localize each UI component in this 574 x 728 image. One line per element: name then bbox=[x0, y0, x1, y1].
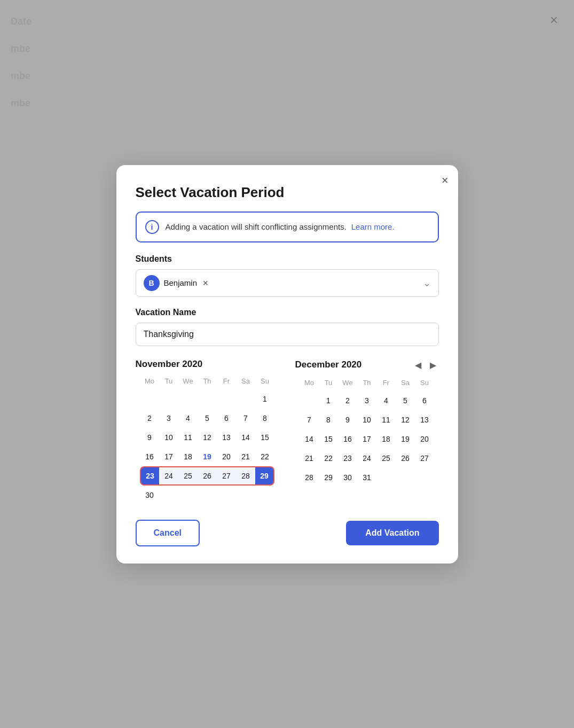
table-row[interactable]: 29 bbox=[255, 466, 274, 486]
table-row[interactable]: 9 bbox=[338, 410, 357, 429]
table-row[interactable]: 22 bbox=[319, 449, 338, 468]
table-row[interactable]: 18 bbox=[178, 447, 198, 466]
table-row[interactable]: 10 bbox=[159, 428, 178, 447]
table-row[interactable]: 24 bbox=[159, 466, 178, 486]
table-row bbox=[140, 389, 159, 409]
table-row[interactable]: 5 bbox=[396, 391, 415, 410]
table-row[interactable]: 27 bbox=[217, 466, 236, 486]
table-row[interactable]: 7 bbox=[236, 409, 255, 428]
student-name: Benjamin bbox=[164, 278, 198, 287]
table-row bbox=[159, 389, 178, 409]
dow-sa: Sa bbox=[236, 375, 255, 388]
dow-fr: Fr bbox=[217, 375, 236, 388]
table-row[interactable]: 10 bbox=[357, 410, 376, 429]
table-row bbox=[376, 468, 396, 487]
table-row[interactable]: 27 bbox=[415, 449, 434, 468]
calendar-november-header: November 2020 bbox=[136, 359, 279, 370]
table-row[interactable]: 13 bbox=[415, 410, 434, 429]
table-row[interactable]: 15 bbox=[255, 428, 274, 447]
table-row[interactable]: 21 bbox=[236, 447, 255, 466]
table-row[interactable]: 1 bbox=[319, 391, 338, 410]
table-row[interactable]: 6 bbox=[217, 409, 236, 428]
vacation-name-input[interactable] bbox=[136, 323, 439, 346]
table-row[interactable]: 14 bbox=[236, 428, 255, 447]
table-row bbox=[217, 486, 236, 505]
table-row[interactable]: 24 bbox=[357, 449, 376, 468]
table-row[interactable]: 19 bbox=[396, 429, 415, 449]
calendar-prev-button[interactable]: ◀ bbox=[412, 359, 424, 371]
table-row[interactable]: 30 bbox=[140, 486, 159, 505]
table-row[interactable]: 1 bbox=[255, 389, 274, 409]
table-row[interactable]: 9 bbox=[140, 428, 159, 447]
modal-overlay: × Select Vacation Period i Adding a vaca… bbox=[0, 0, 574, 728]
table-row[interactable]: 17 bbox=[159, 447, 178, 466]
table-row[interactable]: 31 bbox=[357, 468, 376, 487]
table-row[interactable]: 22 bbox=[255, 447, 274, 466]
table-row[interactable]: 11 bbox=[376, 410, 396, 429]
modal-dialog: × Select Vacation Period i Adding a vaca… bbox=[116, 165, 458, 563]
calendars-row: November 2020 Mo Tu We Th Fr Sa Su 12345… bbox=[136, 359, 439, 505]
modal-title: Select Vacation Period bbox=[136, 184, 439, 201]
table-row[interactable]: 12 bbox=[396, 410, 415, 429]
table-row[interactable]: 26 bbox=[198, 466, 217, 486]
table-row[interactable]: 23 bbox=[140, 466, 159, 486]
table-row bbox=[198, 389, 217, 409]
table-row bbox=[178, 486, 198, 505]
table-row[interactable]: 28 bbox=[300, 468, 319, 487]
table-row[interactable]: 16 bbox=[140, 447, 159, 466]
table-row bbox=[178, 389, 198, 409]
table-row[interactable]: 14 bbox=[300, 429, 319, 449]
dow-su-dec: Su bbox=[415, 377, 434, 390]
dow-mo-dec: Mo bbox=[300, 377, 319, 390]
cancel-button[interactable]: Cancel bbox=[136, 520, 200, 546]
students-label: Students bbox=[136, 254, 439, 264]
dow-mo: Mo bbox=[140, 375, 159, 388]
calendar-nav: ◀ ▶ bbox=[412, 359, 439, 371]
table-row[interactable]: 20 bbox=[217, 447, 236, 466]
table-row[interactable]: 25 bbox=[178, 466, 198, 486]
table-row[interactable]: 6 bbox=[415, 391, 434, 410]
table-row[interactable]: 26 bbox=[396, 449, 415, 468]
table-row[interactable]: 17 bbox=[357, 429, 376, 449]
table-row[interactable]: 7 bbox=[300, 410, 319, 429]
table-row bbox=[236, 486, 255, 505]
calendar-december-header: December 2020 ◀ ▶ bbox=[295, 359, 439, 371]
table-row[interactable]: 12 bbox=[198, 428, 217, 447]
table-row[interactable]: 3 bbox=[159, 409, 178, 428]
table-row[interactable]: 29 bbox=[319, 468, 338, 487]
chevron-down-icon: ⌄ bbox=[423, 277, 431, 289]
table-row[interactable]: 15 bbox=[319, 429, 338, 449]
table-row[interactable]: 18 bbox=[376, 429, 396, 449]
table-row[interactable]: 13 bbox=[217, 428, 236, 447]
dow-sa-dec: Sa bbox=[396, 377, 415, 390]
table-row[interactable]: 23 bbox=[338, 449, 357, 468]
vacation-name-label: Vacation Name bbox=[136, 308, 439, 317]
table-row[interactable]: 4 bbox=[178, 409, 198, 428]
november-calendar-body: 1234567891011121314151617181920212223242… bbox=[136, 389, 279, 505]
calendar-next-button[interactable]: ▶ bbox=[427, 359, 439, 371]
modal-close-button[interactable]: × bbox=[442, 175, 449, 186]
remove-student-button[interactable]: ✕ bbox=[201, 279, 210, 287]
learn-more-link[interactable]: Learn more. bbox=[351, 222, 395, 231]
december-calendar-body: 1234567891011121314151617181920212223242… bbox=[295, 391, 439, 487]
table-row[interactable]: 4 bbox=[376, 391, 396, 410]
table-row[interactable]: 30 bbox=[338, 468, 357, 487]
add-vacation-button[interactable]: Add Vacation bbox=[346, 521, 438, 545]
table-row[interactable]: 25 bbox=[376, 449, 396, 468]
info-icon: i bbox=[145, 220, 159, 234]
student-select[interactable]: B Benjamin ✕ ⌄ bbox=[136, 269, 439, 297]
table-row[interactable]: 8 bbox=[319, 410, 338, 429]
table-row[interactable]: 2 bbox=[338, 391, 357, 410]
table-row[interactable]: 28 bbox=[236, 466, 255, 486]
table-row[interactable]: 21 bbox=[300, 449, 319, 468]
table-row[interactable]: 2 bbox=[140, 409, 159, 428]
calendar-november-title: November 2020 bbox=[136, 359, 203, 370]
table-row[interactable]: 5 bbox=[198, 409, 217, 428]
table-row[interactable]: 8 bbox=[255, 409, 274, 428]
table-row[interactable]: 3 bbox=[357, 391, 376, 410]
table-row[interactable]: 19 bbox=[198, 447, 217, 466]
table-row[interactable]: 16 bbox=[338, 429, 357, 449]
table-row bbox=[217, 389, 236, 409]
table-row[interactable]: 11 bbox=[178, 428, 198, 447]
table-row[interactable]: 20 bbox=[415, 429, 434, 449]
